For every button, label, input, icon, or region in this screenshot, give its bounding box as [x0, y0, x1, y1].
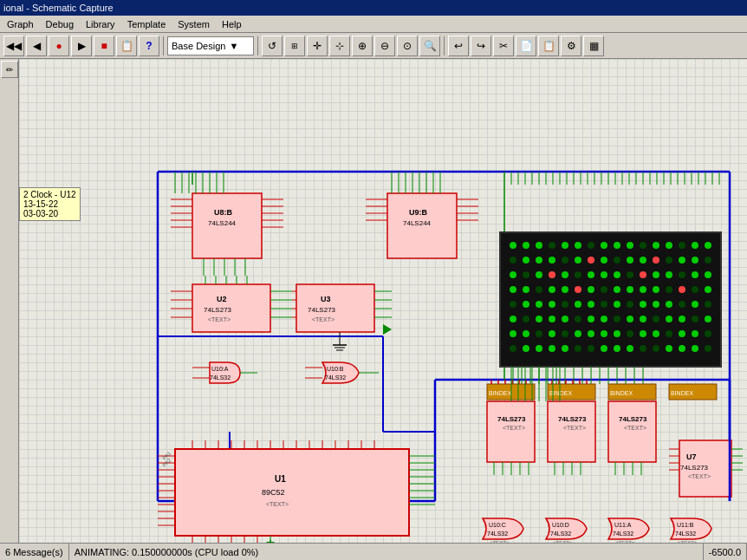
svg-point-173: [588, 316, 594, 322]
dropdown-arrow-icon: ▼: [229, 41, 238, 51]
svg-point-159: [614, 301, 620, 308]
svg-point-175: [614, 316, 620, 322]
svg-point-178: [653, 316, 659, 322]
draw-button[interactable]: ✏: [1, 61, 18, 78]
svg-point-147: [666, 286, 672, 293]
svg-text:U7: U7: [686, 453, 697, 461]
svg-text:<TEXT>: <TEXT>: [312, 316, 335, 322]
zoom-out-button[interactable]: ⊖: [374, 36, 395, 56]
crosshair-button[interactable]: ✛: [307, 36, 328, 56]
svg-point-104: [523, 257, 529, 264]
undo-button[interactable]: ↩: [448, 36, 469, 56]
info-line1: 2 Clock - U12: [23, 190, 76, 199]
svg-text:74LS273: 74LS273: [558, 415, 587, 423]
rewind-button[interactable]: ◀◀: [3, 36, 24, 56]
svg-point-153: [536, 301, 542, 308]
svg-point-212: [679, 345, 685, 352]
svg-point-123: [562, 271, 568, 278]
zoom-fit-button[interactable]: ⊙: [397, 36, 418, 56]
svg-point-107: [562, 257, 568, 264]
stop-button[interactable]: ■: [94, 36, 114, 56]
svg-text:<TEXT>: <TEXT>: [563, 425, 586, 431]
svg-point-196: [679, 330, 685, 337]
help-button[interactable]: ?: [139, 36, 159, 56]
svg-point-168: [523, 316, 529, 322]
svg-text:U10:D: U10:D: [552, 522, 569, 528]
separator1: [163, 36, 164, 55]
align-button[interactable]: ▦: [583, 36, 604, 56]
move-button[interactable]: ⊹: [329, 36, 350, 56]
svg-point-102: [705, 242, 711, 249]
copy-button[interactable]: 📄: [516, 36, 536, 56]
svg-point-177: [640, 316, 646, 322]
svg-point-127: [614, 271, 620, 278]
menu-template[interactable]: Template: [122, 17, 172, 31]
svg-text:U9:B: U9:B: [409, 208, 428, 217]
svg-point-140: [575, 286, 581, 293]
svg-point-142: [601, 286, 607, 293]
step-back-button[interactable]: ◀: [26, 36, 47, 56]
svg-text:U8:B: U8:B: [214, 208, 233, 217]
svg-text:74LS32: 74LS32: [325, 374, 346, 381]
menu-library[interactable]: Library: [81, 17, 120, 31]
svg-text:U2: U2: [217, 295, 227, 303]
svg-point-185: [536, 330, 542, 337]
svg-marker-85: [383, 324, 392, 335]
svg-point-164: [679, 301, 685, 308]
svg-point-91: [562, 242, 568, 249]
svg-point-176: [627, 316, 633, 322]
design-dropdown-value: Base Design: [172, 41, 225, 51]
schematic-canvas-area[interactable]: 2 Clock - U12 13-15-22 03-03-20 U8:B 74L…: [19, 59, 747, 543]
svg-point-148: [679, 286, 685, 293]
svg-point-202: [549, 345, 555, 352]
svg-rect-295: [175, 449, 409, 536]
svg-point-198: [705, 330, 711, 337]
menu-debug[interactable]: Debug: [41, 17, 79, 31]
svg-point-169: [536, 316, 542, 322]
svg-point-141: [588, 286, 594, 293]
svg-text:74LS273: 74LS273: [497, 415, 526, 423]
properties-button[interactable]: ⚙: [561, 36, 581, 56]
doc-button[interactable]: 📋: [116, 36, 137, 56]
svg-point-154: [549, 301, 555, 308]
svg-point-99: [666, 242, 672, 249]
svg-point-150: [705, 286, 711, 293]
svg-point-131: [666, 271, 672, 278]
refresh-button[interactable]: ↺: [262, 36, 283, 56]
svg-text:<TEXT>: <TEXT>: [503, 425, 525, 431]
svg-text:74LS32: 74LS32: [675, 531, 696, 537]
svg-text:U1: U1: [275, 474, 286, 484]
schematic-svg: U8:B 74LS244 U9:B 74LS244: [19, 59, 747, 543]
redo-button[interactable]: ↪: [471, 36, 491, 56]
svg-point-155: [562, 301, 568, 308]
svg-point-126: [601, 271, 607, 278]
svg-point-139: [562, 286, 568, 293]
svg-point-190: [601, 330, 607, 337]
coordinates: -6500.0: [704, 544, 747, 560]
svg-point-170: [549, 316, 555, 322]
design-dropdown[interactable]: Base Design ▼: [167, 36, 254, 55]
menu-help[interactable]: Help: [217, 17, 247, 31]
cut-button[interactable]: ✂: [493, 36, 514, 56]
grid-button[interactable]: ⊞: [284, 36, 305, 56]
zoom-area-button[interactable]: 🔍: [419, 36, 440, 56]
toolbar: ◀◀ ◀ ● ▶ ■ 📋 ? Base Design ▼ ↺ ⊞ ✛ ⊹ ⊕ ⊖…: [0, 33, 747, 59]
zoom-in-button[interactable]: ⊕: [352, 36, 373, 56]
svg-point-105: [536, 257, 542, 264]
component-info-box: 2 Clock - U12 13-15-22 03-03-20: [19, 187, 81, 221]
svg-point-166: [705, 301, 711, 308]
svg-text:74LS273: 74LS273: [308, 306, 336, 314]
svg-point-161: [640, 301, 646, 308]
svg-point-204: [575, 345, 581, 352]
paste-button[interactable]: 📋: [538, 36, 559, 56]
separator2: [257, 36, 258, 55]
svg-point-211: [666, 345, 672, 352]
play-button[interactable]: ▶: [71, 36, 92, 56]
menu-graph[interactable]: Graph: [2, 17, 39, 31]
svg-point-210: [653, 345, 659, 352]
record-button[interactable]: ●: [49, 36, 69, 56]
svg-point-205: [588, 345, 594, 352]
svg-point-144: [627, 286, 633, 293]
menu-system[interactable]: System: [172, 17, 215, 31]
message-count: 6 Message(s): [0, 544, 69, 560]
